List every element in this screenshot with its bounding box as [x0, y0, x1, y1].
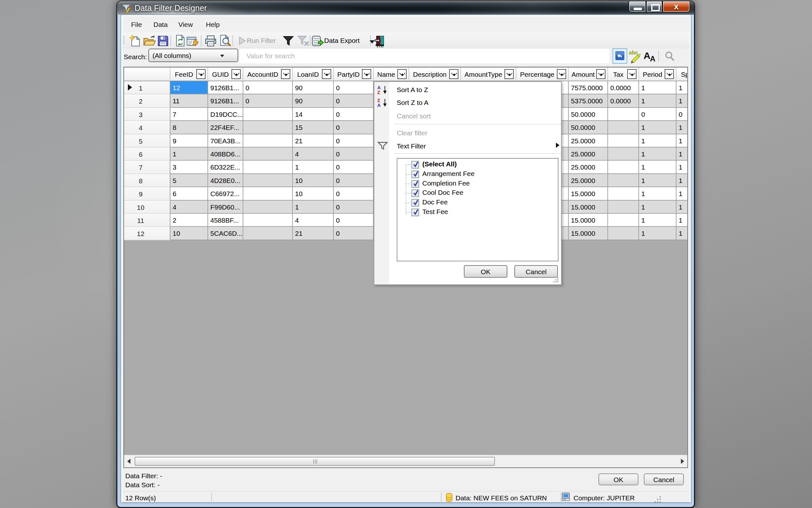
svg-text:A: A: [377, 102, 381, 108]
svg-text:A: A: [650, 54, 655, 63]
svg-text:A: A: [643, 50, 651, 61]
svg-text:Z: Z: [377, 90, 380, 95]
svg-text:abc: abc: [629, 50, 638, 56]
